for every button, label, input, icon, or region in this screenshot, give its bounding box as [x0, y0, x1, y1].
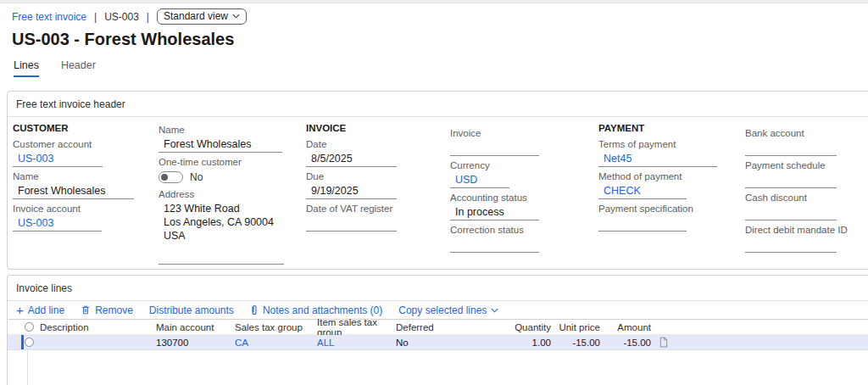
one-time-customer-toggle[interactable] [159, 171, 183, 183]
address-line-2: Los Angeles, CA 90004 [164, 215, 284, 229]
payment-schedule-input[interactable] [745, 173, 837, 188]
header-panel-title[interactable]: Free text invoice header [8, 92, 868, 117]
view-selector-dropdown[interactable]: Standard view [157, 8, 247, 25]
customer-account-input[interactable]: US-003 [13, 152, 103, 167]
name-address-column: Name Forest Wholesales One-time customer… [159, 117, 284, 268]
cash-discount-input[interactable] [745, 205, 837, 220]
payment-column: PAYMENT Terms of payment Net45 Method of… [598, 117, 717, 235]
cell-deferred[interactable]: No [396, 338, 470, 348]
paperclip-icon [250, 304, 259, 315]
col-main-account[interactable]: Main account [156, 322, 235, 332]
breadcrumb-separator: | [94, 11, 97, 23]
customer-name-field: Name Forest Wholesales [13, 170, 134, 199]
plus-icon: + [16, 305, 24, 315]
col-unit-price[interactable]: Unit price [551, 322, 600, 332]
invoice-account-label: Invoice account [13, 203, 134, 215]
invoice-account-field: Invoice account US-003 [13, 203, 134, 232]
name-input[interactable]: Forest Wholesales [159, 137, 282, 153]
chevron-down-icon [232, 14, 240, 19]
col-amount[interactable]: Amount [600, 322, 651, 332]
remove-button[interactable]: Remove [81, 304, 133, 316]
address-label: Address [159, 188, 284, 201]
cell-sales-tax-group[interactable]: CA [235, 338, 317, 348]
table-row[interactable]: 130700 CA ALL No 1.00 -15.00 -15.00 [8, 335, 868, 350]
terms-of-payment-input[interactable]: Net45 [598, 152, 717, 167]
correction-status-value [450, 237, 539, 253]
terms-of-payment-field: Terms of payment Net45 [598, 138, 717, 167]
method-of-payment-field: Method of payment CHECK [598, 170, 717, 199]
accounting-status-label: Accounting status [450, 192, 539, 204]
address-line-3: USA [164, 229, 284, 243]
cell-amount[interactable]: -15.00 [600, 338, 651, 348]
customer-name-input[interactable]: Forest Wholesales [13, 184, 134, 199]
tab-lines[interactable]: Lines [14, 59, 39, 77]
breadcrumb-record-id: US-003 [104, 11, 139, 23]
invoice-status-column: Invoice Currency USD Accounting status I… [450, 117, 539, 256]
due-date-input[interactable]: 9/19/2025 [306, 184, 397, 199]
bank-account-input[interactable] [745, 141, 837, 156]
payment-group-heading: PAYMENT [598, 123, 717, 135]
grid-empty-area [27, 350, 868, 385]
payment-specification-label: Payment specification [598, 203, 717, 215]
direct-debit-mandate-input[interactable] [745, 237, 837, 253]
view-selector-label: Standard view [164, 10, 228, 22]
name-field: Name Forest Wholesales [159, 124, 284, 153]
copy-selected-lines-button[interactable]: Copy selected lines [398, 304, 498, 316]
trash-icon [81, 304, 91, 315]
address-line-1: 123 White Road [164, 202, 284, 215]
invoice-lines-toolbar: + Add line Remove Distribute amounts Not… [8, 301, 868, 320]
grid-header-row: Description Main account Sales tax group… [8, 320, 868, 335]
row-selector-radio[interactable] [25, 338, 34, 347]
vat-register-date-input[interactable] [306, 216, 397, 232]
col-deferred[interactable]: Deferred [396, 322, 470, 332]
document-icon[interactable] [659, 337, 668, 348]
accounting-status-field: Accounting status In process [450, 192, 539, 220]
cell-item-sales-tax-group[interactable]: ALL [317, 338, 396, 348]
invoice-date-input[interactable]: 8/5/2025 [306, 152, 397, 167]
direct-debit-mandate-field: Direct debit mandate ID [745, 224, 848, 253]
cash-discount-field: Cash discount [745, 192, 848, 220]
add-line-button[interactable]: + Add line [16, 304, 64, 316]
breadcrumb-separator: | [147, 11, 149, 23]
toggle-knob [161, 174, 168, 181]
invoice-lines-title[interactable]: Invoice lines [8, 276, 868, 301]
breadcrumb: Free text invoice | US-003 | Standard vi… [0, 3, 868, 24]
payment-schedule-label: Payment schedule [745, 159, 848, 172]
correction-status-field: Correction status [450, 224, 539, 253]
breadcrumb-form-link[interactable]: Free text invoice [12, 11, 86, 23]
invoice-account-input[interactable]: US-003 [13, 216, 102, 232]
due-date-field: Due 9/19/2025 [306, 170, 397, 199]
one-time-customer-value: No [190, 171, 203, 183]
header-panel-body: CUSTOMER Customer account US-003 Name Fo… [8, 117, 868, 272]
notes-attachments-button[interactable]: Notes and attachments (0) [250, 304, 382, 316]
chevron-down-icon [491, 308, 498, 313]
col-item-sales-tax-group[interactable]: Item sales tax group [317, 317, 396, 338]
cell-main-account[interactable]: 130700 [156, 338, 235, 348]
due-date-label: Due [306, 170, 397, 183]
distribute-amounts-button[interactable]: Distribute amounts [149, 304, 234, 316]
customer-account-field: Customer account US-003 [13, 138, 134, 167]
one-time-customer-label: One-time customer [159, 156, 284, 169]
col-sales-tax-group[interactable]: Sales tax group [235, 322, 317, 332]
col-quantity[interactable]: Quantity [470, 322, 551, 332]
select-all-radio[interactable] [25, 322, 34, 332]
address-field: Address 123 White Road Los Angeles, CA 9… [159, 188, 284, 265]
col-description[interactable]: Description [40, 322, 156, 332]
customer-name-label: Name [13, 170, 134, 183]
invoice-number-input[interactable] [450, 141, 539, 156]
cell-unit-price[interactable]: -15.00 [551, 338, 600, 348]
invoice-dates-column: INVOICE Date 8/5/2025 Due 9/19/2025 Date… [306, 117, 397, 235]
address-value[interactable]: 123 White Road Los Angeles, CA 90004 USA [159, 202, 284, 243]
cell-quantity[interactable]: 1.00 [470, 338, 551, 348]
remove-label: Remove [95, 304, 133, 316]
vat-register-date-label: Date of VAT register [306, 203, 397, 215]
bank-account-label: Bank account [745, 127, 848, 140]
terms-of-payment-label: Terms of payment [598, 138, 717, 151]
tab-header[interactable]: Header [61, 59, 96, 77]
payment-specification-input[interactable] [598, 216, 687, 232]
invoice-date-field: Date 8/5/2025 [306, 138, 397, 167]
method-of-payment-input[interactable]: CHECK [598, 184, 687, 199]
currency-input[interactable]: USD [450, 173, 509, 188]
correction-status-label: Correction status [450, 224, 539, 237]
tab-strip: Lines Header [14, 59, 868, 77]
